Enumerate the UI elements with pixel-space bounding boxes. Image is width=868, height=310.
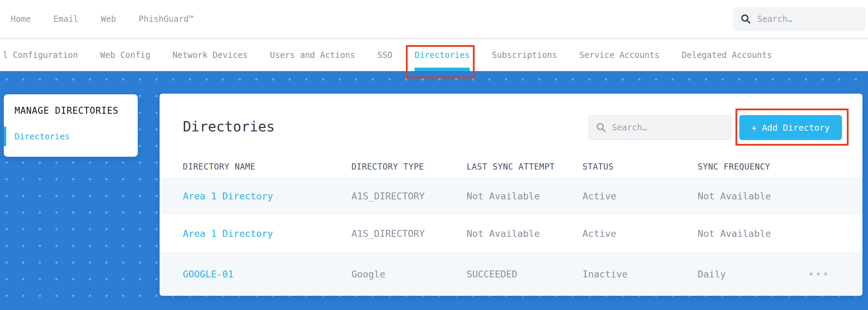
directory-type-cell: A1S_DIRECTORY: [351, 191, 467, 201]
sync-frequency-cell: Not Available: [698, 228, 862, 239]
tab-users-and-actions[interactable]: Users and Actions: [270, 39, 355, 71]
tab-web-config[interactable]: Web Config: [100, 39, 151, 71]
manage-directories-card: MANAGE DIRECTORIES Directories: [4, 94, 138, 157]
search-icon: [596, 122, 606, 133]
workspace-background: MANAGE DIRECTORIES Directories Directori…: [0, 71, 868, 310]
table-row: Area 1 Directory A1S_DIRECTORY Not Avail…: [160, 177, 862, 215]
page-title: Directories: [183, 119, 275, 135]
topnav-item-phishguard[interactable]: PhishGuard™: [138, 14, 194, 24]
directory-name-link[interactable]: Area 1 Directory: [183, 228, 351, 239]
column-header-last-sync-attempt: LAST SYNC ATTEMPT: [467, 162, 582, 172]
status-cell: Active: [582, 191, 698, 201]
last-sync-attempt-cell: SUCCEEDED: [467, 269, 582, 279]
settings-tab-bar: l Configuration Web Config Network Devic…: [0, 39, 868, 71]
directory-type-cell: Google: [351, 269, 467, 279]
last-sync-attempt-cell: Not Available: [467, 228, 582, 239]
status-cell: Inactive: [582, 269, 698, 279]
global-search-input[interactable]: [757, 14, 858, 24]
directories-search-box[interactable]: [588, 115, 732, 140]
add-directory-button[interactable]: + Add Directory: [739, 115, 842, 140]
column-header-directory-type: DIRECTORY TYPE: [351, 162, 467, 172]
directory-name-link[interactable]: GOOGLE-01: [183, 269, 351, 279]
global-search-box[interactable]: [733, 7, 866, 31]
directory-type-cell: A1S_DIRECTORY: [351, 228, 467, 239]
directories-table: DIRECTORY NAME DIRECTORY TYPE LAST SYNC …: [160, 156, 862, 296]
directories-search-input[interactable]: [612, 123, 724, 132]
row-actions-ellipsis-icon[interactable]: •••: [808, 268, 830, 280]
sync-frequency-cell: Daily: [698, 269, 862, 279]
active-tab-underline: [415, 68, 470, 71]
column-header-directory-name: DIRECTORY NAME: [183, 162, 351, 172]
top-nav: Home Email Web PhishGuard™: [0, 0, 868, 38]
topnav-item-email[interactable]: Email: [53, 14, 78, 24]
tab-directories-label: Directories: [415, 50, 470, 60]
table-header-row: DIRECTORY NAME DIRECTORY TYPE LAST SYNC …: [160, 156, 862, 177]
screen: Home Email Web PhishGuard™ l Configurati…: [0, 0, 868, 310]
status-cell: Active: [582, 228, 698, 239]
table-row: GOOGLE-01 Google SUCCEEDED Inactive Dail…: [160, 252, 862, 296]
tab-directories[interactable]: Directories: [415, 39, 470, 71]
topnav-item-web[interactable]: Web: [101, 14, 116, 24]
directories-panel: Directories + Add Directory DIRECTORY NA…: [160, 94, 862, 296]
search-icon: [741, 14, 751, 24]
tab-delegated-accounts[interactable]: Delegated Accounts: [682, 39, 772, 71]
column-header-status: STATUS: [582, 162, 698, 172]
tab-subscriptions[interactable]: Subscriptions: [492, 39, 557, 71]
tab-network-devices[interactable]: Network Devices: [172, 39, 248, 71]
directory-name-link[interactable]: Area 1 Directory: [183, 191, 351, 201]
table-row: Area 1 Directory A1S_DIRECTORY Not Avail…: [160, 215, 862, 252]
tab-email-configuration[interactable]: l Configuration: [3, 39, 78, 71]
last-sync-attempt-cell: Not Available: [467, 191, 582, 201]
tab-service-accounts[interactable]: Service Accounts: [579, 39, 659, 71]
tab-sso[interactable]: SSO: [377, 39, 392, 71]
sidebar-item-directories[interactable]: Directories: [15, 132, 70, 141]
column-header-sync-frequency: SYNC FREQUENCY: [698, 162, 862, 172]
sidebar-heading: MANAGE DIRECTORIES: [15, 105, 119, 116]
topnav-item-home[interactable]: Home: [11, 14, 31, 24]
active-item-indicator: [4, 127, 6, 146]
sync-frequency-cell: Not Available: [698, 191, 862, 201]
